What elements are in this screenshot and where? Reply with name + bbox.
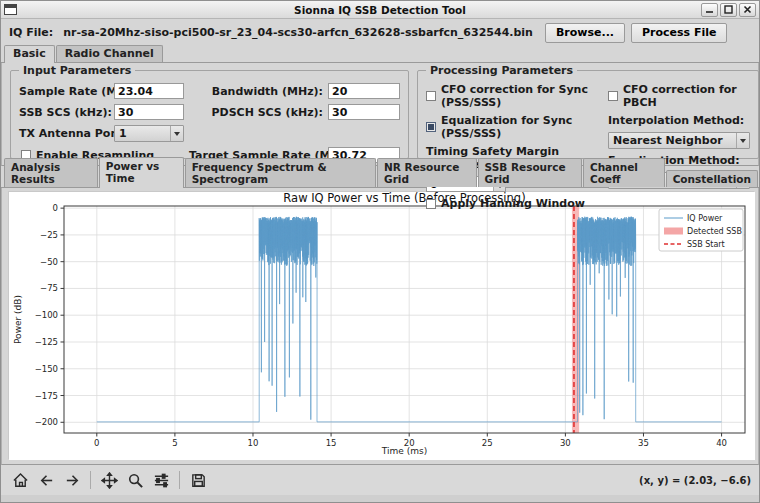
forward-button[interactable] — [61, 469, 83, 491]
svg-text:Power (dB): Power (dB) — [13, 295, 23, 344]
combo-arrow-button[interactable] — [170, 126, 183, 141]
tab-radio-channel[interactable]: Radio Channel — [56, 45, 163, 62]
svg-text:−50: −50 — [40, 257, 58, 267]
toolbar-separator — [90, 471, 91, 489]
svg-text:−175: −175 — [35, 391, 58, 401]
tab-constellation[interactable]: Constellation — [666, 170, 758, 187]
svg-text:30: 30 — [560, 438, 571, 448]
app-window: Sionna IQ SSB Detection Tool IQ File: nr… — [0, 0, 760, 503]
sample-rate-label: Sample Rate (MS/s): — [19, 85, 109, 98]
cfo-pbch-checkbox[interactable]: CFO correction for PBCH — [608, 83, 750, 109]
chevron-down-icon — [174, 132, 180, 136]
close-icon — [743, 5, 752, 14]
sample-rate-field[interactable] — [114, 83, 184, 99]
home-button[interactable] — [9, 469, 31, 491]
svg-text:35: 35 — [638, 438, 649, 448]
cfo-sync-checkbox[interactable]: CFO correction for Sync (PSS/SSS) — [426, 83, 594, 109]
ssb-scs-label: SSB SCS (kHz): — [19, 106, 109, 119]
svg-text:10: 10 — [248, 438, 259, 448]
svg-text:Time (ms): Time (ms) — [381, 446, 427, 456]
svg-text:−125: −125 — [35, 337, 58, 347]
svg-text:Detected SSB: Detected SSB — [687, 227, 742, 236]
ssb-scs-field[interactable] — [114, 104, 184, 120]
chevron-down-icon — [740, 139, 746, 143]
processing-parameters-group: Processing Parameters CFO correction for… — [417, 70, 759, 159]
svg-text:−25: −25 — [40, 230, 58, 240]
home-icon — [12, 472, 29, 489]
hanning-label: Apply Hanning Window — [441, 197, 585, 210]
svg-text:15: 15 — [326, 438, 337, 448]
checkbox-indicator[interactable] — [426, 199, 436, 209]
svg-text:0: 0 — [53, 203, 58, 213]
svg-text:5: 5 — [172, 438, 177, 448]
window-bottom-edge — [1, 495, 759, 502]
save-icon — [190, 472, 207, 489]
plot-tab-bar: Analysis Results Power vs Time Frequency… — [1, 166, 759, 188]
window-title: Sionna IQ SSB Detection Tool — [1, 4, 759, 16]
input-parameters-title: Input Parameters — [19, 64, 135, 77]
tab-nr-resource-grid[interactable]: NR Resource Grid — [377, 158, 477, 187]
pdsch-scs-field[interactable] — [328, 104, 400, 120]
sliders-icon — [153, 472, 170, 489]
tx-antenna-ports-select[interactable]: 1 — [114, 125, 184, 142]
tx-antenna-ports-label: TX Antenna Ports: — [19, 127, 109, 140]
processing-parameters-title: Processing Parameters — [426, 64, 577, 77]
forward-arrow-icon — [64, 472, 81, 489]
minimize-icon — [705, 5, 714, 14]
cfo-pbch-label: CFO correction for PBCH — [623, 83, 750, 109]
config-tab-bar: Basic Radio Channel — [1, 46, 759, 63]
pan-button[interactable] — [98, 469, 120, 491]
maximize-icon — [724, 5, 733, 14]
power-vs-time-chart[interactable]: 05101520253035400−25−50−75−100−125−150−1… — [9, 192, 755, 460]
tab-frequency-spectrum[interactable]: Frequency Spectrum & Spectrogram — [185, 158, 376, 187]
tab-channel-coeff[interactable]: Channel Coeff — [583, 158, 665, 187]
input-parameters-group: Input Parameters Sample Rate (MS/s): Ban… — [10, 70, 409, 159]
back-arrow-icon — [38, 472, 55, 489]
toolbar-separator — [179, 471, 180, 489]
svg-text:40: 40 — [716, 438, 727, 448]
checkbox-indicator[interactable] — [608, 91, 618, 101]
process-file-button[interactable]: Process File — [631, 23, 727, 43]
checkbox-indicator[interactable] — [426, 91, 436, 101]
checkbox-indicator[interactable] — [426, 122, 436, 132]
pdsch-scs-label: PDSCH SCS (kHz): — [189, 106, 323, 119]
mpl-toolbar: (x, y) = (2.03, −6.6) — [1, 465, 759, 495]
tab-analysis-results[interactable]: Analysis Results — [4, 158, 98, 187]
bandwidth-field[interactable] — [328, 83, 400, 99]
zoom-button[interactable] — [124, 469, 146, 491]
iq-file-label: IQ File: — [9, 26, 53, 39]
svg-text:−100: −100 — [35, 310, 58, 320]
file-bar: IQ File: nr-sa-20Mhz-siso-pci500-sr_23_0… — [1, 19, 759, 46]
eq-sync-checkbox[interactable]: Equalization for Sync (PSS/SSS) — [426, 114, 594, 140]
browse-button[interactable]: Browse... — [545, 23, 625, 43]
maximize-button[interactable] — [720, 3, 737, 17]
cursor-coordinates: (x, y) = (2.03, −6.6) — [639, 475, 751, 486]
tab-power-vs-time[interactable]: Power vs Time — [99, 157, 184, 188]
configure-subplots-button[interactable] — [150, 469, 172, 491]
application-icon — [4, 4, 17, 15]
save-button[interactable] — [187, 469, 209, 491]
cfo-sync-label: CFO correction for Sync (PSS/SSS) — [441, 83, 594, 109]
tx-antenna-ports-value: 1 — [119, 127, 127, 140]
interpolation-method-value: Nearest Neighbor — [613, 134, 723, 147]
eq-sync-label: Equalization for Sync (PSS/SSS) — [441, 114, 594, 140]
svg-text:0: 0 — [94, 438, 99, 448]
back-button[interactable] — [35, 469, 57, 491]
pan-icon — [101, 472, 118, 489]
svg-text:−150: −150 — [35, 364, 58, 374]
hanning-checkbox[interactable]: Apply Hanning Window — [426, 197, 594, 210]
zoom-icon — [127, 472, 144, 489]
interpolation-method-label: Interpolation Method: — [608, 114, 750, 127]
tab-basic[interactable]: Basic — [4, 45, 55, 63]
minimize-button[interactable] — [701, 3, 718, 17]
svg-text:25: 25 — [482, 438, 493, 448]
titlebar[interactable]: Sionna IQ SSB Detection Tool — [1, 1, 759, 19]
svg-text:−75: −75 — [40, 283, 58, 293]
interpolation-method-select[interactable]: Nearest Neighbor — [608, 132, 750, 149]
close-button[interactable] — [739, 3, 756, 17]
tab-ssb-resource-grid[interactable]: SSB Resource Grid — [478, 158, 582, 187]
svg-text:−200: −200 — [35, 417, 58, 427]
combo-arrow-button[interactable] — [736, 133, 749, 148]
power-vs-time-figure[interactable]: 05101520253035400−25−50−75−100−125−150−1… — [8, 191, 754, 459]
plot-pane: 05101520253035400−25−50−75−100−125−150−1… — [1, 188, 759, 465]
